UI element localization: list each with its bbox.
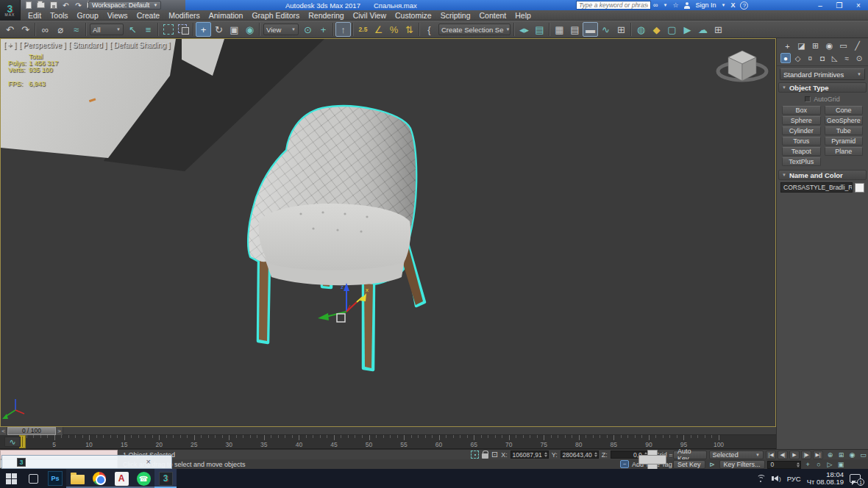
name-and-color-rollout[interactable]: ▼ Name and Color: [778, 170, 867, 180]
next-frame-button[interactable]: |▶: [801, 451, 811, 459]
x-spinner[interactable]: [544, 452, 547, 457]
systems-subtab-icon[interactable]: ⊙: [854, 53, 864, 63]
shapes-subtab-icon[interactable]: ◇: [793, 53, 803, 63]
menu-animation[interactable]: Animation: [204, 10, 248, 21]
sphere-button[interactable]: Sphere: [782, 116, 821, 125]
language-indicator[interactable]: РУС: [787, 475, 801, 483]
menu-create[interactable]: Create: [132, 10, 165, 21]
snaps-toggle-icon[interactable]: 2.5: [355, 22, 371, 37]
taskbar-chrome-icon[interactable]: [88, 469, 110, 488]
named-selection-sets-dropdown[interactable]: Create Selection Se▼: [438, 24, 511, 35]
workspace-dropdown[interactable]: Workspace: Default ▼: [88, 1, 161, 10]
current-frame-field[interactable]: 0: [767, 461, 801, 469]
previous-frame-arrow[interactable]: <: [0, 427, 7, 435]
schematic-view-icon[interactable]: ⊞: [613, 22, 629, 37]
move-gizmo[interactable]: z x: [318, 283, 369, 322]
menu-rendering[interactable]: Rendering: [304, 10, 348, 21]
viewport-canvas[interactable]: z x: [0, 38, 776, 427]
box-button[interactable]: Box: [782, 106, 821, 115]
absolute-offset-toggle-icon[interactable]: ⊡: [491, 451, 498, 459]
viewport-label-segment-3[interactable]: [ Default Shading ]: [110, 41, 170, 49]
teapot-button[interactable]: Teapot: [782, 147, 821, 156]
plane-button[interactable]: Plane: [825, 147, 864, 156]
select-and-place-icon[interactable]: ◉: [242, 22, 257, 37]
select-and-manipulate-icon[interactable]: +: [316, 22, 331, 37]
time-slider[interactable]: < 0 / 100 >: [0, 427, 776, 435]
motion-tab-icon[interactable]: ◉: [824, 40, 835, 51]
menu-customize[interactable]: Customize: [391, 10, 436, 21]
use-pivot-point-center-icon[interactable]: ⊙: [300, 22, 316, 37]
toggle-ribbon-icon[interactable]: ▬: [583, 22, 598, 37]
toggle-layer-explorer-icon[interactable]: ▤: [567, 22, 583, 37]
minimize-button[interactable]: –: [811, 0, 830, 10]
utilities-tab-icon[interactable]: ╱: [852, 40, 863, 51]
space-warps-subtab-icon[interactable]: ≈: [842, 53, 852, 63]
angle-snap-icon[interactable]: ∠: [371, 22, 386, 37]
taskbar-file-explorer-icon[interactable]: [66, 469, 88, 488]
taskbar-3ds-max-icon[interactable]: 3: [154, 469, 177, 488]
select-object-icon[interactable]: ↖: [125, 22, 140, 37]
taskbar-autocad-icon[interactable]: A: [110, 469, 132, 488]
undo-icon[interactable]: ↶: [2, 22, 18, 37]
reference-coordinate-dropdown[interactable]: View▼: [263, 24, 299, 35]
taskbar-photoshop-icon[interactable]: Ps: [44, 469, 66, 488]
selection-set-dropdown[interactable]: Selected▼: [709, 451, 764, 459]
close-icon[interactable]: ×: [146, 458, 151, 466]
y-spinner[interactable]: [594, 452, 597, 457]
hierarchy-tab-icon[interactable]: ⊞: [810, 40, 821, 51]
zoom-extents-icon[interactable]: ◉: [847, 451, 857, 459]
pyramid-button[interactable]: Pyramid: [825, 137, 864, 146]
menu-graph-editors[interactable]: Graph Editors: [247, 10, 304, 21]
previous-frame-button[interactable]: ◀|: [778, 451, 788, 459]
next-frame-arrow[interactable]: >: [56, 427, 63, 435]
taskbar-thumbnail-popup[interactable]: 3 ×: [1, 455, 172, 469]
favorites-icon[interactable]: ☆: [672, 1, 678, 9]
taskbar-task-view-icon[interactable]: [22, 469, 44, 488]
redo-quick-icon[interactable]: ↷: [74, 1, 83, 10]
rendered-frame-window-icon[interactable]: ▢: [664, 22, 680, 37]
selection-region-icon[interactable]: [471, 451, 479, 459]
redo-icon[interactable]: ↷: [18, 22, 33, 37]
sign-in-button[interactable]: Sign In: [695, 1, 716, 9]
autodesk-exchange-icon[interactable]: X: [730, 1, 735, 9]
keying-controls-plus[interactable]: [638, 450, 665, 468]
key-filters-icon[interactable]: ⊳: [708, 460, 717, 469]
help-icon[interactable]: ?: [740, 1, 748, 10]
geosphere-button[interactable]: GeoSphere: [825, 116, 864, 125]
taskbar-start-icon[interactable]: [0, 469, 22, 488]
select-and-scale-icon[interactable]: ▣: [227, 22, 242, 37]
menu-edit[interactable]: Edit: [24, 10, 46, 21]
go-to-end-button[interactable]: ▶|: [813, 451, 823, 459]
play-button[interactable]: ▶: [789, 451, 800, 459]
help-search-box[interactable]: [576, 1, 651, 10]
application-menu-button[interactable]: 3 MAX: [0, 0, 21, 21]
add-time-tag-icon[interactable]: ~: [620, 460, 629, 468]
menu-civil-view[interactable]: Civil View: [349, 10, 391, 21]
set-key-button[interactable]: Set Key: [673, 460, 705, 469]
auto-key-button[interactable]: Auto Key: [673, 451, 707, 459]
cone-button[interactable]: Cone: [825, 106, 864, 115]
bind-to-space-warp-icon[interactable]: ≈: [68, 22, 84, 37]
help-search-input[interactable]: [577, 1, 650, 9]
toggle-scene-explorer-icon[interactable]: ▦: [552, 22, 567, 37]
open-file-icon[interactable]: [36, 1, 46, 10]
menu-help[interactable]: Help: [511, 10, 536, 21]
viewport-label-segment-0[interactable]: [ + ]: [4, 41, 16, 49]
geometry-subtab-icon[interactable]: ●: [780, 53, 791, 63]
tube-button[interactable]: Tube: [825, 126, 864, 135]
unlink-selection-icon[interactable]: ⌀: [53, 22, 68, 37]
menu-content[interactable]: Content: [474, 10, 511, 21]
spinner-snap-icon[interactable]: ⇅: [402, 22, 417, 37]
keyboard-shortcut-override-icon[interactable]: ↑: [335, 22, 351, 37]
chevron-down-icon[interactable]: ▼: [721, 3, 725, 7]
menu-views[interactable]: Views: [103, 10, 132, 21]
maximize-viewport-icon[interactable]: ▣: [836, 460, 846, 469]
curve-editor-icon[interactable]: ∿: [598, 22, 613, 37]
object-color-swatch[interactable]: [855, 183, 864, 193]
window-crossing-toggle-icon[interactable]: [176, 22, 191, 37]
menu-tools[interactable]: Tools: [46, 10, 73, 21]
app-grid-icon[interactable]: ⊞: [711, 22, 726, 37]
maximize-button[interactable]: ❐: [830, 0, 849, 10]
track-bar[interactable]: 5101520253035404550556065707580859095100: [0, 435, 776, 449]
go-to-start-button[interactable]: |◀: [766, 451, 776, 459]
